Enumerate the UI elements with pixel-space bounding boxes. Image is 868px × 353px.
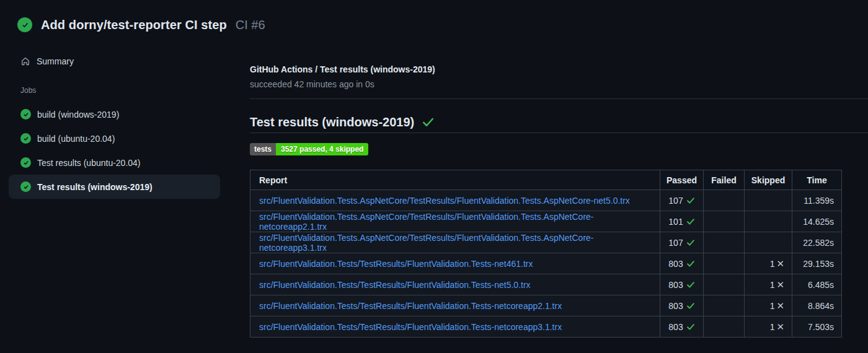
failed-cell [704, 232, 745, 253]
job-success-check-circle-icon [20, 157, 31, 168]
jobs-section-label: Jobs [20, 86, 250, 95]
passed-count: 803 [668, 322, 683, 332]
column-header-report: Report [250, 170, 660, 190]
passed-count: 803 [668, 280, 683, 290]
section-title: Test results (windows-2019) [250, 115, 414, 129]
passed-cell: 107 [660, 232, 704, 253]
passed-cell: 101 [660, 211, 704, 232]
layout: Summary Jobs build (windows-2019)build (… [0, 51, 868, 338]
skipped-cell: 1✕ [745, 274, 792, 295]
job-item-label: build (windows-2019) [37, 110, 119, 120]
passed-cell: 803 [660, 316, 704, 338]
report-cell: src/FluentValidation.Tests/TestResults/F… [250, 316, 660, 338]
skipped-x-icon: ✕ [776, 259, 784, 268]
home-icon [20, 56, 30, 66]
skipped-x-icon: ✕ [776, 280, 784, 289]
tests-badge: tests 3527 passed, 4 skipped [250, 143, 368, 155]
report-link[interactable]: src/FluentValidation.Tests.AspNetCore/Te… [259, 233, 594, 253]
skipped-count: 1 [770, 259, 775, 269]
job-item-label: Test results (ubuntu-20.04) [37, 158, 141, 168]
column-header-time: Time [792, 170, 842, 190]
time-cell: 14.625s [792, 211, 842, 232]
passed-count: 803 [668, 301, 683, 311]
passed-cell: 803 [660, 274, 704, 295]
passed-count: 107 [668, 238, 683, 248]
report-link[interactable]: src/FluentValidation.Tests.AspNetCore/Te… [259, 196, 630, 206]
time-cell: 7.503s [792, 316, 842, 338]
section-header: Test results (windows-2019) [250, 115, 868, 133]
sidebar-job-item-3[interactable]: Test results (ubuntu-20.04) [9, 150, 220, 175]
run-header: Add dorny/test-reporter CI step CI #6 [0, 0, 868, 32]
report-link[interactable]: src/FluentValidation.Tests/TestResults/F… [259, 259, 533, 269]
skipped-cell [745, 232, 792, 253]
skipped-x-icon: ✕ [776, 322, 784, 331]
skipped-cell [745, 190, 792, 211]
job-item-label: build (ubuntu-20.04) [37, 134, 115, 144]
failed-cell [704, 190, 745, 211]
time-cell: 8.864s [792, 295, 842, 316]
job-status-text: succeeded 42 minutes ago in 0s [250, 79, 868, 89]
failed-cell [704, 211, 745, 232]
failed-cell [704, 274, 745, 295]
failed-cell [704, 316, 745, 338]
table-row: src/FluentValidation.Tests.AspNetCore/Te… [250, 211, 842, 232]
passed-check-icon [686, 197, 695, 204]
sidebar-job-item-1[interactable]: build (windows-2019) [9, 102, 220, 126]
passed-cell: 803 [660, 253, 704, 274]
report-cell: src/FluentValidation.Tests.AspNetCore/Te… [250, 211, 660, 232]
run-number: CI #6 [236, 18, 265, 32]
check-icon [21, 21, 29, 29]
table-row: src/FluentValidation.Tests/TestResults/F… [250, 316, 842, 338]
report-link[interactable]: src/FluentValidation.Tests/TestResults/F… [259, 301, 562, 311]
table-row: src/FluentValidation.Tests/TestResults/F… [250, 274, 842, 295]
skipped-count: 1 [770, 301, 775, 311]
job-success-check-circle-icon [20, 109, 31, 120]
run-title: Add dorny/test-reporter CI step [41, 18, 227, 32]
passed-check-icon [686, 239, 695, 246]
report-link[interactable]: src/FluentValidation.Tests.AspNetCore/Te… [259, 212, 594, 232]
passed-check-icon [686, 302, 695, 310]
time-cell: 22.582s [792, 232, 842, 253]
report-cell: src/FluentValidation.Tests/TestResults/F… [250, 274, 660, 295]
passed-check-icon [686, 260, 695, 268]
report-cell: src/FluentValidation.Tests.AspNetCore/Te… [250, 190, 660, 211]
section-success-check-icon [422, 117, 435, 128]
run-success-check-circle-icon [17, 17, 32, 32]
skipped-count: 1 [770, 280, 775, 290]
job-success-check-circle-icon [20, 181, 31, 192]
test-results-table: ReportPassedFailedSkippedTime src/Fluent… [250, 170, 842, 338]
report-link[interactable]: src/FluentValidation.Tests/TestResults/F… [259, 322, 562, 332]
passed-cell: 803 [660, 295, 704, 316]
column-header-failed: Failed [704, 170, 745, 190]
sidebar-summary-label: Summary [37, 56, 74, 66]
table-row: src/FluentValidation.Tests/TestResults/F… [250, 295, 842, 316]
report-cell: src/FluentValidation.Tests/TestResults/F… [250, 253, 660, 274]
skipped-count: 1 [770, 322, 775, 332]
table-row: src/FluentValidation.Tests.AspNetCore/Te… [250, 190, 842, 211]
skipped-cell: 1✕ [745, 295, 792, 316]
sidebar-item-summary[interactable]: Summary [9, 51, 220, 71]
passed-count: 107 [668, 196, 683, 206]
job-success-check-circle-icon [20, 133, 31, 144]
skipped-x-icon: ✕ [776, 301, 784, 310]
passed-check-icon [686, 218, 695, 225]
skipped-cell: 1✕ [745, 253, 792, 274]
badge-value: 3527 passed, 4 skipped [276, 143, 368, 155]
jobs-list: build (windows-2019)build (ubuntu-20.04)… [9, 102, 250, 199]
table-row: src/FluentValidation.Tests/TestResults/F… [250, 253, 842, 274]
report-link[interactable]: src/FluentValidation.Tests/TestResults/F… [259, 280, 531, 290]
failed-cell [704, 253, 745, 274]
sidebar-job-item-4[interactable]: Test results (windows-2019) [9, 175, 220, 199]
failed-cell [704, 295, 745, 316]
passed-cell: 107 [660, 190, 704, 211]
sidebar-job-item-2[interactable]: build (ubuntu-20.04) [9, 126, 220, 150]
main-content: GitHub Actions / Test results (windows-2… [250, 51, 868, 338]
skipped-cell: 1✕ [745, 316, 792, 338]
report-cell: src/FluentValidation.Tests.AspNetCore/Te… [250, 232, 660, 253]
passed-check-icon [686, 281, 695, 289]
job-item-label: Test results (windows-2019) [37, 182, 153, 192]
passed-count: 101 [668, 217, 683, 227]
job-title: GitHub Actions / Test results (windows-2… [250, 64, 868, 74]
time-cell: 29.153s [792, 253, 842, 274]
time-cell: 6.485s [792, 274, 842, 295]
